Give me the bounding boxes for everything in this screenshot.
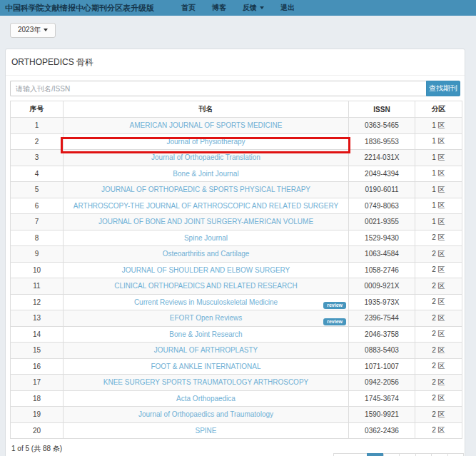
journal-link[interactable]: Journal of Physiotherapy — [166, 138, 245, 146]
caret-down-icon — [260, 6, 264, 9]
journal-name-cell: Bone & Joint Journal — [64, 166, 349, 182]
journal-link[interactable]: CLINICAL ORTHOPAEDICS AND RELATED RESEAR… — [114, 282, 297, 290]
issn-cell: 1071-1007 — [349, 358, 415, 375]
journal-link[interactable]: JOURNAL OF ARTHROPLASTY — [154, 346, 258, 354]
row-index-cell: 18 — [11, 390, 64, 407]
table-row: 17KNEE SURGERY SPORTS TRAUMATOLOGY ARTHR… — [11, 375, 462, 391]
journal-name-cell: Spine Journal — [64, 230, 349, 246]
nav-item-logout[interactable]: 退出 — [273, 3, 303, 13]
pagination-page-1[interactable]: 1 — [367, 453, 384, 456]
journal-link[interactable]: KNEE SURGERY SPORTS TRAUMATOLOGY ARTHROS… — [103, 378, 309, 386]
journal-name-cell: JOURNAL OF ARTHROPLASTY — [64, 343, 349, 359]
toolbar: 2023年 — [0, 16, 476, 49]
journal-link[interactable]: Bone & Joint Research — [169, 330, 242, 338]
row-index-cell: 6 — [11, 198, 64, 214]
journal-link[interactable]: JOURNAL OF BONE AND JOINT SURGERY-AMERIC… — [98, 218, 313, 226]
pagination-page-3[interactable]: 3 — [399, 453, 416, 456]
row-index-cell: 5 — [11, 182, 64, 198]
pagination: 上一页12345» — [334, 453, 464, 456]
partition-cell: 1 区 — [415, 150, 462, 166]
navbar: 中国科学院文献情报中心期刊分区表升级版 首页 博客 反馈 退出 — [0, 0, 476, 16]
journal-link[interactable]: Spine Journal — [184, 234, 228, 242]
journal-table: 序号 刊名 ISSN 分区 1AMERICAN JOURNAL OF SPORT… — [10, 101, 462, 439]
pagination-page-2[interactable]: 2 — [383, 453, 400, 456]
nav-item-blog[interactable]: 博客 — [204, 3, 234, 13]
journal-link[interactable]: Journal of Orthopaedic Translation — [151, 153, 260, 161]
journal-link[interactable]: JOURNAL OF ORTHOPAEDIC & SPORTS PHYSICAL… — [101, 186, 310, 193]
issn-cell: 0942-2056 — [349, 375, 415, 391]
journal-name-cell: FOOT & ANKLE INTERNATIONAL — [64, 358, 349, 375]
row-index-cell: 20 — [11, 422, 64, 439]
journal-link[interactable]: Current Reviews in Musculoskeletal Medic… — [134, 298, 278, 306]
row-index-cell: 14 — [11, 326, 64, 343]
journal-link[interactable]: EFORT Open Reviews — [170, 314, 242, 322]
row-index-cell: 3 — [11, 150, 64, 166]
partition-cell: 1 区 — [415, 166, 462, 182]
search-group: 查找期刊 — [10, 81, 460, 96]
partition-cell: 2 区 — [415, 278, 462, 295]
brand-title[interactable]: 中国科学院文献情报中心期刊分区表升级版 — [5, 3, 154, 14]
partition-cell: 2 区 — [415, 422, 462, 439]
partition-cell: 2 区 — [415, 390, 462, 407]
partition-cell: 2 区 — [415, 375, 462, 391]
row-index-cell: 8 — [11, 230, 64, 246]
header-name: 刊名 — [64, 101, 349, 118]
issn-cell: 0749-8063 — [349, 198, 415, 214]
issn-cell: 1836-9553 — [349, 133, 415, 150]
partition-cell: 1 区 — [415, 198, 462, 214]
issn-cell: 1058-2746 — [349, 262, 415, 278]
journal-name-cell: ARTHROSCOPY-THE JOURNAL OF ARTHROSCOPIC … — [64, 198, 349, 214]
journal-name-cell: Osteoarthritis and Cartilage — [64, 246, 349, 263]
journal-name-cell: KNEE SURGERY SPORTS TRAUMATOLOGY ARTHROS… — [64, 375, 349, 391]
table-row: 18Acta Orthopaedica1745-36742 区 — [11, 390, 462, 407]
search-input[interactable] — [10, 81, 426, 96]
issn-cell: 0021-9355 — [349, 214, 415, 230]
partition-cell: 2 区 — [415, 262, 462, 278]
pagination-page-4[interactable]: 4 — [415, 453, 432, 456]
journal-link[interactable]: AMERICAN JOURNAL OF SPORTS MEDICINE — [130, 121, 283, 129]
panel-body: 查找期刊 序号 刊名 ISSN 分区 1AMERICAN JOURNAL OF … — [6, 76, 465, 456]
row-index-cell: 15 — [11, 343, 64, 359]
nav-item-home-label: 首页 — [181, 4, 196, 11]
row-index-cell: 12 — [11, 294, 64, 310]
journal-link[interactable]: Osteoarthritis and Cartilage — [163, 250, 250, 258]
row-index-cell: 19 — [11, 407, 64, 423]
header-partition: 分区 — [415, 101, 462, 118]
journal-link[interactable]: Journal of Orthopaedics and Traumatology — [138, 410, 273, 418]
journal-link[interactable]: JOURNAL OF SHOULDER AND ELBOW SURGERY — [122, 266, 290, 274]
pagination-next-button[interactable]: » — [447, 453, 465, 456]
row-index-cell: 9 — [11, 246, 64, 263]
issn-cell: 1529-9430 — [349, 230, 415, 246]
row-index-cell: 16 — [11, 358, 64, 375]
journal-link[interactable]: Acta Orthopaedica — [176, 395, 236, 402]
row-index-cell: 11 — [11, 278, 64, 295]
journal-name-cell: Acta Orthopaedica — [64, 390, 349, 407]
journal-name-cell: SPINE — [64, 422, 349, 439]
journal-link[interactable]: Bone & Joint Journal — [173, 170, 238, 178]
issn-cell: 1590-9921 — [349, 407, 415, 423]
issn-cell: 0883-5403 — [349, 343, 415, 359]
nav-item-home[interactable]: 首页 — [173, 3, 203, 13]
table-row: 12Current Reviews in Musculoskeletal Med… — [11, 294, 462, 310]
table-row: 11CLINICAL ORTHOPAEDICS AND RELATED RESE… — [11, 278, 462, 295]
nav-item-feedback[interactable]: 反馈 — [235, 3, 272, 13]
pagination-prev-button[interactable]: 上一页 — [333, 453, 368, 456]
table-row: 4Bone & Joint Journal2049-43941 区 — [11, 166, 462, 182]
pagination-page-5[interactable]: 5 — [431, 453, 448, 456]
search-journal-button[interactable]: 查找期刊 — [426, 81, 460, 96]
partition-cell: 2 区 — [415, 326, 462, 343]
year-dropdown-button[interactable]: 2023年 — [10, 23, 56, 38]
journal-link[interactable]: FOOT & ANKLE INTERNATIONAL — [151, 363, 260, 370]
nav-links: 首页 博客 反馈 退出 — [173, 3, 303, 13]
table-row: 5JOURNAL OF ORTHOPAEDIC & SPORTS PHYSICA… — [11, 182, 462, 198]
journal-link[interactable]: SPINE — [195, 427, 216, 435]
journal-name-cell: Journal of Physiotherapy — [64, 133, 349, 150]
table-row: 14Bone & Joint Research2046-37582 区 — [11, 326, 462, 343]
issn-cell: 1063-4584 — [349, 246, 415, 263]
journal-name-cell: AMERICAN JOURNAL OF SPORTS MEDICINE — [64, 118, 349, 134]
table-row: 7JOURNAL OF BONE AND JOINT SURGERY-AMERI… — [11, 214, 462, 230]
nav-item-feedback-label: 反馈 — [243, 4, 257, 11]
partition-cell: 2 区 — [415, 358, 462, 375]
partition-cell: 1 区 — [415, 214, 462, 230]
journal-link[interactable]: ARTHROSCOPY-THE JOURNAL OF ARTHROSCOPIC … — [74, 202, 338, 210]
